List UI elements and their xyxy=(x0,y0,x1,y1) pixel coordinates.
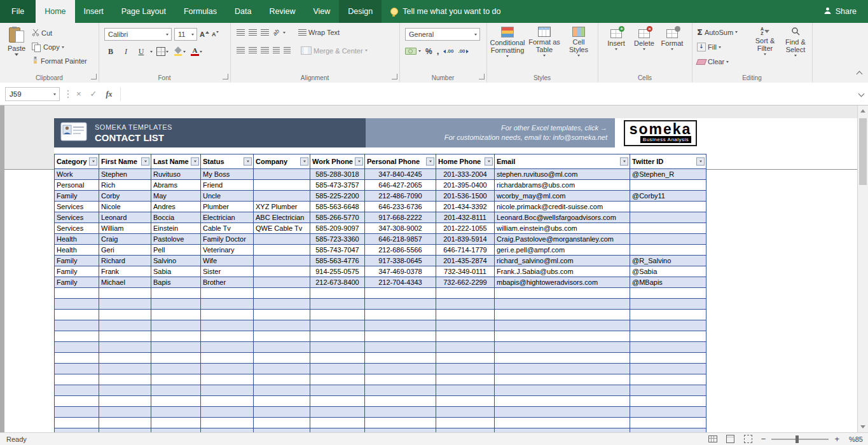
cell[interactable] xyxy=(365,353,436,364)
cell[interactable] xyxy=(630,180,706,191)
cell[interactable] xyxy=(495,364,630,374)
cell[interactable] xyxy=(254,418,310,428)
cell[interactable] xyxy=(436,364,495,374)
cell[interactable]: Plumber xyxy=(201,202,254,212)
cell[interactable]: Leonard.Boc@wellsfargoadvisors.com xyxy=(495,212,630,223)
cell[interactable]: @Sabia xyxy=(630,266,706,277)
cell[interactable] xyxy=(55,299,99,310)
font-color-button[interactable]: A xyxy=(189,46,203,57)
cell[interactable]: Veterinary xyxy=(201,245,254,256)
cell[interactable]: 585-266-5770 xyxy=(310,212,365,223)
cell[interactable]: 646-233-6736 xyxy=(365,202,436,212)
cell[interactable] xyxy=(254,331,310,342)
cell[interactable] xyxy=(151,310,201,320)
cell[interactable]: Abrams xyxy=(151,180,201,191)
cell[interactable] xyxy=(310,407,365,418)
cell[interactable] xyxy=(55,353,99,364)
cell[interactable] xyxy=(365,320,436,331)
cell[interactable] xyxy=(151,418,201,428)
cell[interactable] xyxy=(365,299,436,310)
cell[interactable]: Leonard xyxy=(99,212,151,223)
cell[interactable]: Andres xyxy=(151,202,201,212)
cell[interactable]: Family xyxy=(55,256,99,266)
cell[interactable] xyxy=(436,299,495,310)
cell[interactable]: 917-338-0645 xyxy=(365,256,436,266)
cell[interactable]: 646-218-9857 xyxy=(365,234,436,245)
cell[interactable]: 212-704-4343 xyxy=(365,277,436,288)
cell[interactable] xyxy=(630,212,706,223)
cell[interactable] xyxy=(630,342,706,353)
cell[interactable]: 347-840-4245 xyxy=(365,169,436,180)
filter-button[interactable] xyxy=(300,158,308,166)
cell[interactable]: May xyxy=(151,191,201,202)
cell[interactable]: Health xyxy=(55,234,99,245)
cell[interactable]: Electrician xyxy=(201,212,254,223)
formula-input[interactable] xyxy=(120,87,855,101)
cell[interactable] xyxy=(201,310,254,320)
cell[interactable] xyxy=(254,191,310,202)
cell[interactable]: My Boss xyxy=(201,169,254,180)
cell[interactable]: Frank.J.Sabia@ubs.com xyxy=(495,266,630,277)
cell[interactable] xyxy=(365,310,436,320)
cell[interactable] xyxy=(254,364,310,374)
cell[interactable] xyxy=(310,288,365,299)
cell[interactable] xyxy=(151,299,201,310)
page-layout-view-button[interactable] xyxy=(724,434,738,444)
underline-button[interactable]: U xyxy=(135,46,148,57)
cell[interactable]: 212-686-5566 xyxy=(365,245,436,256)
cell[interactable] xyxy=(151,396,201,407)
cell[interactable] xyxy=(201,353,254,364)
cell[interactable]: Stephen xyxy=(99,169,151,180)
cell[interactable] xyxy=(254,353,310,364)
autosum-button[interactable]: Σ AutoSum xyxy=(697,28,738,36)
cell[interactable]: @MBapis xyxy=(630,277,706,288)
cell[interactable] xyxy=(310,299,365,310)
cell[interactable]: 201-435-2874 xyxy=(436,256,495,266)
cell[interactable]: William xyxy=(99,223,151,234)
cell[interactable]: Family xyxy=(55,266,99,277)
cell[interactable] xyxy=(254,342,310,353)
cell[interactable]: Family xyxy=(55,191,99,202)
insert-function-button[interactable]: fx xyxy=(106,90,113,98)
cell[interactable] xyxy=(495,353,630,364)
cell[interactable] xyxy=(436,310,495,320)
cell[interactable] xyxy=(201,342,254,353)
cut-button[interactable]: Cut xyxy=(32,29,52,38)
increase-indent-icon[interactable] xyxy=(284,47,291,54)
cell[interactable] xyxy=(99,418,151,428)
cell[interactable] xyxy=(436,353,495,364)
cell[interactable] xyxy=(99,310,151,320)
zoom-level[interactable]: %85 xyxy=(845,435,863,443)
cell[interactable] xyxy=(310,331,365,342)
cell[interactable] xyxy=(151,407,201,418)
cell[interactable] xyxy=(151,364,201,374)
tab-formulas[interactable]: Formulas xyxy=(175,0,226,23)
cell[interactable] xyxy=(99,396,151,407)
vertical-scrollbar[interactable] xyxy=(857,106,868,432)
cell[interactable] xyxy=(99,353,151,364)
cell[interactable]: 646-714-1779 xyxy=(436,245,495,256)
cell[interactable] xyxy=(151,342,201,353)
tab-home[interactable]: Home xyxy=(36,0,74,23)
cell[interactable] xyxy=(201,299,254,310)
align-bottom-icon[interactable] xyxy=(261,29,269,36)
cell[interactable] xyxy=(99,385,151,396)
cell[interactable]: 585-723-3360 xyxy=(310,234,365,245)
cell[interactable]: 201-395-0400 xyxy=(436,180,495,191)
cell[interactable] xyxy=(630,418,706,428)
cell[interactable]: 585-563-6648 xyxy=(310,202,365,212)
cell[interactable]: Craig.Pastolove@morganstanley.com xyxy=(495,234,630,245)
merge-center-button[interactable]: Merge & Center xyxy=(301,46,368,55)
cell[interactable]: Einstein xyxy=(151,223,201,234)
cell[interactable]: stephen.ruvituso@ml.com xyxy=(495,169,630,180)
tab-insert[interactable]: Insert xyxy=(75,0,113,23)
tab-design[interactable]: Design xyxy=(339,0,382,23)
formula-bar-splitter[interactable] xyxy=(67,93,69,95)
cell[interactable]: 201-333-2004 xyxy=(436,169,495,180)
comma-style-button[interactable]: , xyxy=(437,46,439,56)
cell[interactable] xyxy=(310,320,365,331)
align-top-icon[interactable] xyxy=(237,29,245,36)
worksheet[interactable]: SOMEKA TEMPLATES CONTACT LIST For other … xyxy=(4,106,857,432)
tell-me-box[interactable]: Tell me what you want to do xyxy=(382,0,509,23)
conditional-formatting-button[interactable]: Conditional Formatting xyxy=(489,27,526,57)
